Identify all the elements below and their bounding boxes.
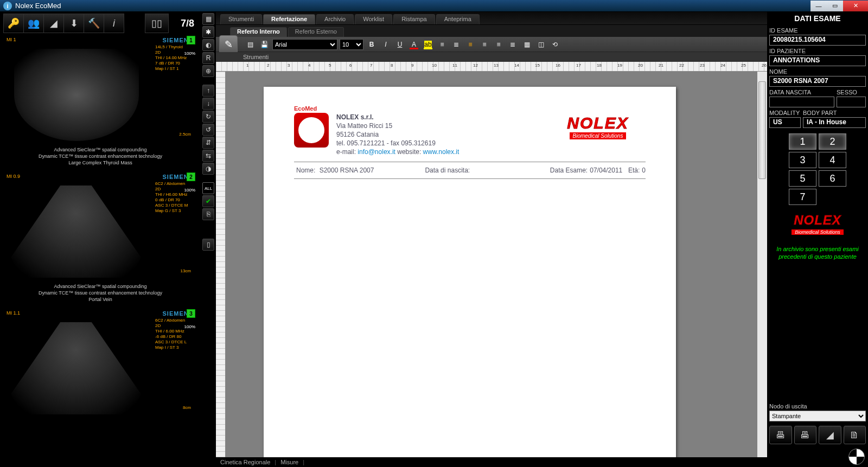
tab-archivio[interactable]: Archivio [316,14,354,24]
app-icon: i [3,2,12,10]
number-grid: 1234567 [769,133,866,205]
rotate-ccw-icon[interactable]: ↺ [202,124,214,136]
tab-worklist[interactable]: Worklist [355,14,392,24]
vertical-toolstrip: ▦ ✱ ◐ R ⊕ ↑ ↓ ↻ ↺ ⇵ ⇆ ◑ ALL ✔ ⎘ ▯ [201,12,216,467]
scrollbar[interactable] [757,72,767,457]
num-2[interactable]: 2 [819,133,846,150]
num-4[interactable]: 4 [819,152,846,168]
info-icon[interactable]: i [104,14,124,33]
data-nascita-field [769,97,834,107]
fontcolor-button[interactable]: A [408,39,420,50]
eraser-icon[interactable]: ◢ [43,14,64,33]
bullets-icon[interactable]: ≡ [436,39,448,50]
left-panel: 🔑 👥 ◢ ⬇ 🔨 i ▯▯ 7/8 1 MI 1 SIEMENS 14L5 /… [0,12,201,467]
thumb-number: 3 [187,309,195,318]
key-icon[interactable]: 🔑 [3,14,24,33]
rotate-cw-icon[interactable]: ↻ [202,111,214,123]
align-right-icon[interactable]: ≡ [493,39,505,50]
num-1[interactable]: 1 [789,133,816,150]
output-node-select[interactable]: Stampante [769,411,866,421]
italic-button[interactable]: I [380,39,392,50]
maximize-button[interactable]: ▭ [827,1,843,11]
toolbar-label: Strumenti [216,52,767,62]
document-icon[interactable]: ▯ [202,239,214,251]
statusbar: Cinetica Regionale | Misure | [216,457,767,467]
align-left-icon[interactable]: ≡ [464,39,476,50]
fullscreen-icon[interactable] [848,449,865,465]
flip-h-icon[interactable]: ⇆ [202,150,214,162]
tab-refertazione[interactable]: Refertazione [263,14,315,24]
zoom-icon[interactable]: ⊕ [202,65,214,77]
font-select[interactable]: Arial [272,39,337,50]
dicom-button[interactable]: 🗎 [844,426,866,444]
num-6[interactable]: 6 [819,170,846,187]
book-icon[interactable]: ▯▯ [145,14,169,33]
sesso-field [837,97,866,107]
tab-ristampa[interactable]: Ristampa [393,14,435,24]
ruler-horizontal: 1234567891011121314151617181920212223242… [216,62,767,72]
download-icon[interactable]: ⬇ [63,14,84,33]
bodypart-field: IA - In House [803,117,866,128]
thumbnail[interactable]: 1 MI 1 SIEMENS 14L5 / Thyroid2DTHI / 14.… [3,35,197,167]
flip-v-icon[interactable]: ⇵ [202,137,214,149]
status-misure[interactable]: Misure [280,459,298,465]
contrast-icon[interactable]: ◐ [202,39,214,51]
grid-icon[interactable]: ▦ [202,13,214,25]
thumbnail[interactable]: 3 MI 1.1 SIEMENS 6C2 / Abdomen2DTHI / 6.… [3,308,197,434]
right-title: DATI ESAME [769,12,866,25]
edit-mode-icon[interactable]: ✎ [219,35,238,54]
thumb-number: 2 [187,172,195,181]
new-icon[interactable]: ▤ [244,39,256,50]
underline-button[interactable]: U [394,39,406,50]
check-icon[interactable]: ✔ [202,195,214,207]
print2-button[interactable]: 🖶 [794,426,817,444]
close-button[interactable]: ✕ [843,1,868,11]
patients-icon[interactable]: 👥 [23,14,44,33]
subtab-1[interactable]: Referto Esterno [288,27,344,37]
brightness-icon[interactable]: ✱ [202,26,214,38]
print-button[interactable]: 🖶 [769,426,792,444]
align-center-icon[interactable]: ≡ [478,39,490,50]
nolex-brand: NOLEX Biomedical Solutions [769,213,866,235]
erase-button[interactable]: ◢ [819,426,841,444]
tools-icon[interactable]: 🔨 [84,14,104,33]
editor-area: StrumentiRefertazioneArchivioWorklistRis… [216,12,767,467]
insert-table-icon[interactable]: ▦ [521,39,533,50]
ruler-vertical [216,72,226,457]
minimize-button[interactable]: — [810,1,827,11]
status-cinetica[interactable]: Cinetica Regionale [220,459,270,465]
align-justify-icon[interactable]: ≣ [507,39,519,50]
document-viewport[interactable]: NOLEX s.r.l. Via Matteo Ricci 15 95126 C… [226,72,767,457]
tab-anteprima[interactable]: Anteprima [436,14,480,24]
main-tabbar: StrumentiRefertazioneArchivioWorklistRis… [216,12,767,25]
nolex-logo: NOLEX Biomedical Solutions [550,113,646,140]
subtab-0[interactable]: Referto Interno [230,27,287,37]
num-5[interactable]: 5 [789,170,816,187]
insert-object-icon[interactable]: ◫ [535,39,547,50]
highlight-button[interactable]: ab [422,39,434,50]
id-esame-field: 20080215.105604 [769,35,866,46]
invert-icon[interactable]: ◑ [202,163,214,175]
export-icon[interactable]: ⎘ [202,208,214,220]
email-link[interactable]: info@nolex.it [358,148,395,156]
fontsize-select[interactable]: 10 [340,39,363,50]
up-arrow-icon[interactable]: ↑ [202,85,214,97]
ecomed-logo [294,113,329,148]
left-toolbar: 🔑 👥 ◢ ⬇ 🔨 i ▯▯ 7/8 [0,12,201,35]
website-link[interactable]: www.nolex.it [423,148,459,156]
tab-strumenti[interactable]: Strumenti [220,14,262,24]
numbering-icon[interactable]: ≣ [450,39,462,50]
letterhead-text: NOLEX s.r.l. Via Matteo Ricci 15 95126 C… [336,113,459,156]
modality-field: US [769,117,801,128]
bold-button[interactable]: B [366,39,378,50]
right-panel: DATI ESAME ID ESAME 20080215.105604 ID P… [767,12,868,467]
save-icon[interactable]: 💾 [258,39,270,50]
reset-icon[interactable]: R [202,52,214,64]
down-arrow-icon[interactable]: ↓ [202,98,214,110]
editor-toolbar: ✎ ▤ 💾 Arial 10 B I U A ab ≡ ≣ ≡ ≡ ≡ ≣ ▦ … [216,37,767,52]
num-3[interactable]: 3 [789,152,816,168]
num-7[interactable]: 7 [789,189,816,205]
select-all-button[interactable]: ALL [202,182,214,194]
thumbnail[interactable]: 2 MI 0.9 SIEMENS 6C2 / Abdomen2DTHI / H6… [3,171,197,304]
refresh-icon[interactable]: ⟲ [549,39,561,50]
